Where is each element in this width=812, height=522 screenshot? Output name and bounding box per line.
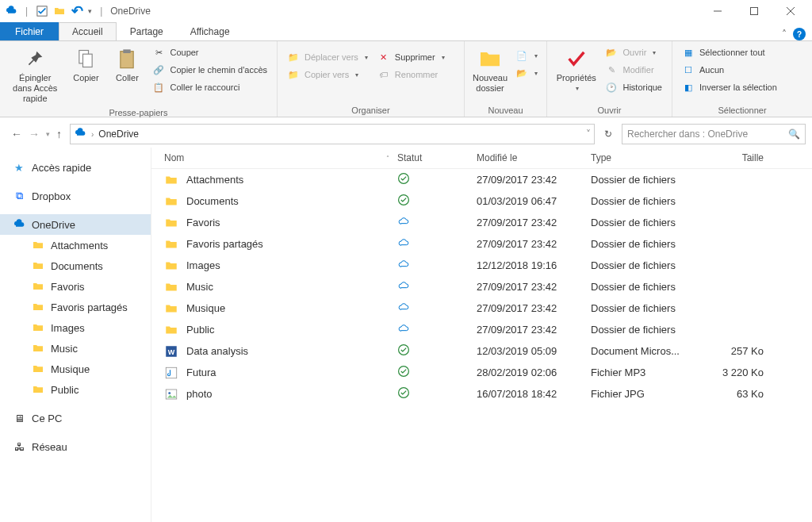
file-modified: 27/09/2017 23:42 (477, 174, 591, 186)
tab-view[interactable]: Affichage (177, 22, 243, 40)
col-type[interactable]: Type (591, 152, 708, 163)
minimize-button[interactable] (699, 0, 736, 22)
paste-shortcut-button[interactable]: 📋Coller le raccourci (149, 79, 270, 95)
select-none-button[interactable]: ☐Aucun (679, 62, 780, 78)
help-icon[interactable]: ? (793, 28, 806, 40)
cut-button[interactable]: ✂Couper (149, 44, 270, 60)
file-type: Fichier MP3 (591, 367, 708, 378)
move-to-button[interactable]: 📁Déplacer vers▾ (284, 49, 371, 65)
breadcrumb-root[interactable]: OneDrive (98, 129, 139, 140)
col-name[interactable]: Nom˄ (151, 152, 397, 163)
maximize-button[interactable] (736, 0, 772, 22)
table-row[interactable]: Musique27/09/2017 23:42Dossier de fichie… (151, 297, 812, 319)
star-icon: ★ (13, 161, 25, 174)
folder-icon (32, 301, 44, 313)
file-type: Dossier de fichiers (591, 259, 708, 271)
path-icon: 🔗 (152, 63, 165, 76)
checkbox-icon[interactable] (36, 5, 48, 17)
properties-button[interactable]: Propriétés ▾ (553, 44, 599, 94)
search-icon[interactable]: 🔍 (788, 129, 800, 140)
group-new-label: Nouveau (471, 104, 540, 115)
folder-icon (32, 280, 44, 293)
address-bar[interactable]: › OneDrive ˅ (70, 124, 595, 144)
close-button[interactable] (772, 0, 809, 22)
tab-share[interactable]: Partage (117, 22, 177, 40)
sidebar-onedrive[interactable]: OneDrive (0, 214, 151, 235)
open-button[interactable]: 📂Ouvrir▾ (602, 44, 665, 60)
copy-button[interactable]: Copier (67, 44, 105, 85)
sidebar-item[interactable]: Attachments (0, 235, 151, 255)
pin-quick-access-button[interactable]: Épingler dans Accès rapide (6, 44, 63, 106)
sidebar-item[interactable]: Images (0, 317, 151, 338)
collapse-ribbon-icon[interactable]: ˄ (782, 29, 787, 40)
sidebar-item[interactable]: Public (0, 379, 151, 400)
sidebar-item[interactable]: Favoris partagés (0, 297, 151, 317)
tab-file[interactable]: Fichier (0, 22, 59, 40)
delete-icon: ✕ (377, 51, 390, 63)
edit-button[interactable]: ✎Modifier (602, 62, 665, 78)
table-row[interactable]: Images12/12/2018 19:16Dossier de fichier… (151, 255, 812, 276)
table-row[interactable]: Futura28/02/2019 02:06Fichier MP33 220 K… (151, 362, 812, 383)
group-open-label: Ouvrir (553, 104, 665, 115)
sidebar-this-pc[interactable]: 🖥Ce PC (0, 408, 151, 428)
shortcut-icon: 📋 (152, 81, 165, 94)
onedrive-icon (74, 127, 86, 142)
file-name: Music (186, 281, 213, 293)
copy-to-button[interactable]: 📁Copier vers▾ (284, 67, 371, 83)
file-list: Nom˄ Statut Modifié le Type Taille Attac… (151, 148, 812, 522)
col-size[interactable]: Taille (708, 152, 779, 163)
table-row[interactable]: WData analysis12/03/2019 05:09Document M… (151, 340, 812, 362)
select-none-icon: ☐ (682, 63, 695, 76)
search-input[interactable]: Rechercher dans : OneDrive 🔍 (622, 124, 806, 144)
sidebar-item[interactable]: Favoris (0, 276, 151, 297)
chevron-right-icon[interactable]: › (91, 130, 94, 139)
sort-asc-icon: ˄ (386, 155, 389, 162)
sidebar-item[interactable]: Documents (0, 255, 151, 276)
col-status[interactable]: Statut (397, 152, 477, 163)
paste-button[interactable]: Coller (108, 44, 146, 85)
file-type-icon (164, 259, 178, 273)
back-button[interactable]: ← (11, 128, 22, 140)
rename-button[interactable]: 🏷Renommer (374, 67, 448, 83)
table-row[interactable]: Music27/09/2017 23:42Dossier de fichiers (151, 276, 812, 297)
refresh-button[interactable]: ↻ (598, 124, 619, 144)
easy-access-button[interactable]: 📂▾ (512, 65, 541, 81)
file-name: photo (186, 388, 213, 400)
select-all-button[interactable]: ▦Sélectionner tout (679, 44, 780, 60)
folder-icon (32, 363, 44, 375)
sidebar-dropbox[interactable]: ⧉Dropbox (0, 186, 151, 206)
new-item-button[interactable]: 📄▾ (512, 48, 541, 63)
history-button[interactable]: 🕑Historique (602, 79, 665, 95)
copyto-icon: 📁 (287, 68, 300, 81)
address-dropdown-icon[interactable]: ˅ (586, 129, 591, 140)
sidebar-item[interactable]: Musique (0, 359, 151, 379)
col-modified[interactable]: Modifié le (477, 152, 591, 163)
table-row[interactable]: Documents01/03/2019 06:47Dossier de fich… (151, 190, 812, 212)
qat-dropdown-icon[interactable]: ▾ (88, 7, 92, 15)
invert-selection-button[interactable]: ◧Inverser la sélection (679, 79, 780, 95)
table-row[interactable]: Attachments27/09/2017 23:42Dossier de fi… (151, 169, 812, 190)
file-type: Dossier de fichiers (591, 195, 708, 207)
table-row[interactable]: photo16/07/2018 18:42Fichier JPG63 Ko (151, 383, 812, 405)
recent-dropdown[interactable]: ▾ (46, 130, 50, 138)
tab-home[interactable]: Accueil (59, 22, 117, 40)
sidebar-network[interactable]: 🖧Réseau (0, 436, 151, 457)
sidebar-item[interactable]: Music (0, 338, 151, 359)
navbar: ← → ▾ ↑ › OneDrive ˅ ↻ Rechercher dans :… (0, 121, 812, 148)
delete-button[interactable]: ✕Supprimer▾ (374, 49, 448, 65)
file-size: 63 Ko (708, 388, 779, 400)
new-folder-button[interactable]: Nouveau dossier (471, 44, 509, 95)
file-type: Fichier JPG (591, 388, 708, 400)
table-row[interactable]: Favoris27/09/2017 23:42Dossier de fichie… (151, 212, 812, 233)
undo-icon[interactable]: ↶ (71, 5, 83, 17)
up-button[interactable]: ↑ (56, 128, 62, 140)
rename-icon: 🏷 (377, 68, 390, 81)
table-row[interactable]: Public27/09/2017 23:42Dossier de fichier… (151, 319, 812, 340)
folder-icon[interactable] (53, 5, 66, 17)
table-row[interactable]: Favoris partagés27/09/2017 23:42Dossier … (151, 233, 812, 255)
forward-button[interactable]: → (29, 128, 40, 140)
file-status (397, 215, 477, 230)
sidebar-quick-access[interactable]: ★Accès rapide (0, 157, 151, 178)
copy-path-button[interactable]: 🔗Copier le chemin d'accès (149, 62, 270, 78)
file-name: Attachments (186, 174, 243, 186)
